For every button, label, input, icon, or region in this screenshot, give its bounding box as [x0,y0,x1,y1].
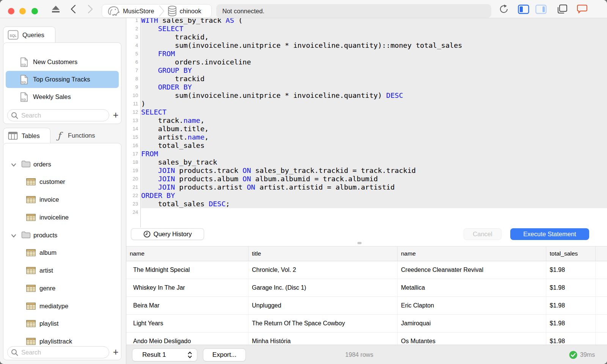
table-cell[interactable]: Creedence Clearwater Revival [398,261,546,279]
breadcrumb-database[interactable]: chinook [167,5,201,17]
line-number: 16 [126,141,138,150]
table-cell[interactable]: Jamiroquai [398,315,546,332]
cancel-label: Cancel [473,231,492,238]
breadcrumb-server-label: MusicStore [123,8,154,15]
window-zoom-button[interactable] [31,8,38,14]
table-row[interactable]: Beira MarUnpluggedEric Clapton$1.98 [126,297,607,315]
tab-functions[interactable]: ƒ Functions [52,128,112,143]
table-icon [26,285,36,292]
tree-item-invoice[interactable]: invoice [3,194,121,206]
table-row[interactable]: Whiskey In The JarGarage Inc. (Disc 1)Me… [126,279,607,297]
column-header-total_sales[interactable]: total_sales [546,246,596,261]
column-header-name[interactable]: name [126,246,248,261]
export-label: Export... [212,351,236,359]
database-icon [167,5,177,17]
breadcrumb: MusicStore chinook [102,4,212,18]
line-number: 23 [126,200,138,208]
breadcrumb-separator-icon [158,5,165,17]
sql-file-icon: SQL [20,75,28,85]
table-cell[interactable]: $1.98 [546,315,596,332]
forward-button[interactable] [86,3,95,15]
tree-item-orders[interactable]: orders [3,158,121,170]
tree-item-genre[interactable]: genre [3,282,121,294]
table-cell[interactable]: The Midnight Special [126,261,248,279]
tree-item-label: playlist [39,318,58,329]
table-cell[interactable]: The Return Of The Space Cowboy [248,315,398,332]
tab-queries[interactable]: SQL Queries [3,27,55,43]
table-cell[interactable]: Metallica [398,279,546,297]
tree-item-products[interactable]: products [3,229,121,241]
tree-item-customer[interactable]: customer [3,176,121,188]
refresh-icon[interactable] [498,3,509,15]
code-line: total_sales [141,141,607,150]
sql-file-icon: SQL [20,57,28,67]
queries-search-input[interactable]: Search [7,109,109,121]
eject-icon[interactable] [51,3,61,15]
query-item-label: Top Grossing Tracks [33,71,90,88]
table-cell[interactable]: Light Years [126,315,248,332]
tree-item-mediatype[interactable]: mediatype [3,300,121,312]
toggle-right-sidebar-icon[interactable] [535,3,547,15]
back-button[interactable] [69,3,78,15]
tree-item-album[interactable]: album [3,247,121,259]
tree-item-playlisttrack[interactable]: playlisttrack [3,336,121,347]
table-row[interactable]: The Midnight SpecialChronicle, Vol. 2Cre… [126,261,607,279]
splitter-handle[interactable] [357,242,362,244]
toggle-left-sidebar-icon[interactable] [517,3,530,15]
table-cell[interactable]: $1.98 [546,261,596,279]
results-status-bar: Result 1 Export... 1984 rows 39ms [126,345,607,364]
tables-search-input[interactable]: Search [7,346,109,358]
sql-file-icon: SQL [20,92,28,102]
breadcrumb-server[interactable]: MusicStore [107,6,154,16]
clock-icon [143,231,151,238]
table-cell[interactable]: Garage Inc. (Disc 1) [248,279,398,297]
code-line: sales_by_track [141,158,607,166]
table-cell[interactable]: $1.98 [546,297,596,314]
export-button[interactable]: Export... [203,348,246,361]
sql-badge-icon: SQL [8,30,19,40]
tree-item-invoiceline[interactable]: invoiceline [3,212,121,223]
result-selector-dropdown[interactable]: Result 1 [132,348,197,361]
folder-icon [21,160,31,168]
line-number: 10 [126,91,138,100]
execute-statement-button[interactable]: Execute Statement [510,228,589,240]
execute-label: Execute Statement [523,231,576,238]
code-line: JOIN products.album ON album.albumid = t… [141,175,607,183]
folder-icon [21,231,31,238]
editor-code[interactable]: WITH sales_by_track AS ( SELECT trackid,… [141,18,607,217]
query-item-label: Weekly Sales [33,88,71,105]
window-minimize-button[interactable] [19,8,26,14]
query-item-new-customers[interactable]: SQLNew Customers [6,53,119,71]
line-number: 6 [126,58,138,66]
table-cell[interactable]: $1.98 [546,279,596,297]
windows-icon[interactable] [556,3,568,15]
cancel-button[interactable]: Cancel [464,228,502,240]
table-cell[interactable]: Chronicle, Vol. 2 [248,261,398,279]
window-close-button[interactable] [8,8,14,14]
code-line: ORDER BY [141,191,607,200]
table-icon [26,178,36,185]
connection-status: Not connected. [216,4,491,18]
query-history-button[interactable]: Query History [131,228,204,240]
table-row[interactable]: Light YearsThe Return Of The Space Cowbo… [126,315,607,333]
tab-tables[interactable]: Tables [3,128,50,143]
query-item-weekly-sales[interactable]: SQLWeekly Sales [6,88,119,105]
table-cell[interactable]: Whiskey In The Jar [126,279,248,297]
query-history-label: Query History [154,231,192,238]
sql-editor[interactable]: 123456789101112131415161718192021222324 … [126,18,607,228]
chat-icon[interactable] [576,3,588,15]
main-area: 123456789101112131415161718192021222324 … [126,18,607,364]
table-icon [26,196,36,203]
line-number: 8 [126,75,138,83]
query-item-top-grossing-tracks[interactable]: SQLTop Grossing Tracks [6,71,119,88]
column-header-title[interactable]: title [248,246,398,261]
tree-item-artist[interactable]: artist [3,265,121,276]
table-cell[interactable]: Beira Mar [126,297,248,314]
tree-item-playlist[interactable]: playlist [3,318,121,329]
table-cell[interactable]: Eric Clapton [398,297,546,314]
add-table-button[interactable]: + [111,348,120,357]
table-cell[interactable]: Unplugged [248,297,398,314]
add-query-button[interactable]: + [111,111,120,120]
column-header-name[interactable]: name [398,246,546,261]
search-icon [11,349,18,356]
